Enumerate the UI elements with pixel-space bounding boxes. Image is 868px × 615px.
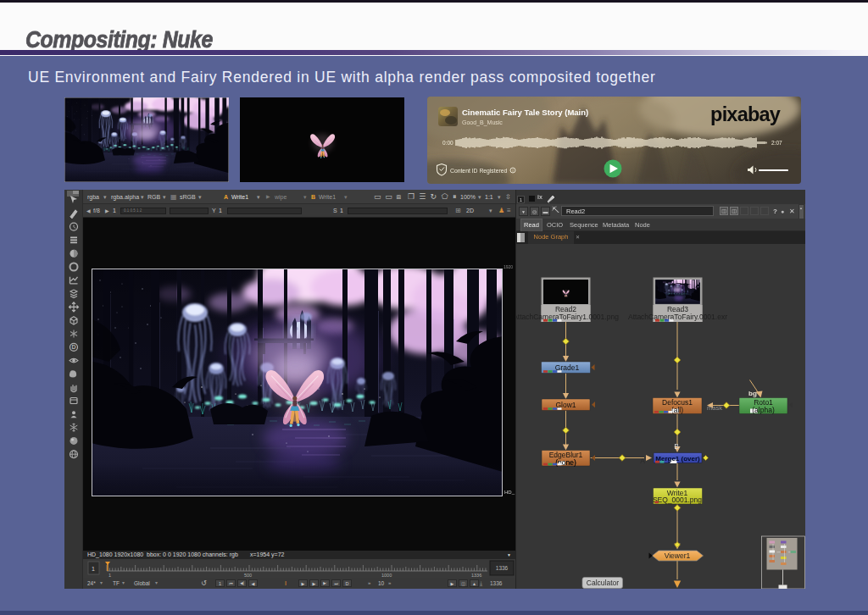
svg-text:Content ID Registered: Content ID Registered [450, 168, 507, 175]
svg-text:1000: 1000 [381, 573, 392, 578]
svg-text:AttachCameraToFairy.0001.exr: AttachCameraToFairy.0001.exr [628, 313, 727, 321]
svg-text:1: 1 [92, 566, 95, 572]
svg-text:AttachCameraToFairy1.0001.png: AttachCameraToFairy1.0001.png [516, 313, 619, 321]
svg-text:Calculator: Calculator [587, 579, 619, 587]
svg-text:Glow1: Glow1 [555, 401, 576, 409]
svg-text:B: B [674, 442, 679, 451]
svg-text:2:07: 2:07 [771, 140, 782, 146]
svg-text:Grade1: Grade1 [555, 363, 580, 372]
svg-text:(all): (all) [671, 406, 683, 414]
svg-text:D: D [71, 344, 75, 350]
svg-text:A: A [640, 457, 645, 465]
svg-text:1336: 1336 [471, 573, 481, 578]
svg-text:Good_B_Music: Good_B_Music [462, 119, 503, 126]
svg-text:Cinematic Fairy Tale Story (Ma: Cinematic Fairy Tale Story (Main) [462, 108, 588, 117]
svg-text:0:00: 0:00 [442, 140, 453, 146]
svg-text:bg: bg [748, 390, 757, 397]
svg-text:1336: 1336 [496, 565, 509, 571]
svg-text:1: 1 [108, 573, 111, 578]
svg-text:SEQ_0001.png: SEQ_0001.png [653, 496, 702, 504]
svg-text:pixabay: pixabay [710, 103, 781, 125]
svg-text:mask: mask [707, 404, 722, 412]
svg-text:Viewer1: Viewer1 [665, 551, 691, 560]
svg-text:i: i [512, 168, 513, 173]
svg-text:500: 500 [244, 573, 252, 578]
svg-text:(alpha): (alpha) [752, 406, 775, 414]
